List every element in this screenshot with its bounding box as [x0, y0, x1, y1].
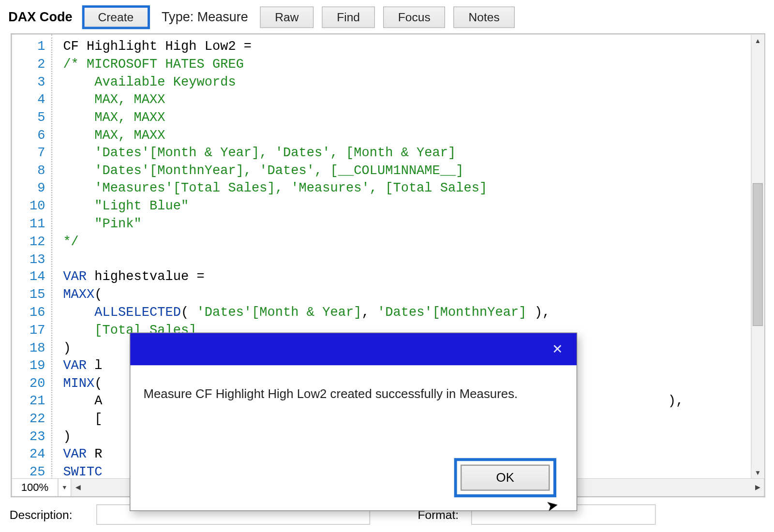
- message-dialog: ✕ Measure CF Highlight High Low2 created…: [130, 333, 577, 511]
- scroll-thumb[interactable]: [753, 183, 763, 326]
- dialog-message: Measure CF Highlight High Low2 created s…: [130, 365, 577, 401]
- ok-button[interactable]: OK: [461, 465, 550, 491]
- scroll-left-arrow[interactable]: ◀: [72, 479, 85, 496]
- dialog-titlebar[interactable]: ✕: [130, 333, 577, 365]
- type-value: Measure: [197, 10, 248, 25]
- vertical-scrollbar[interactable]: ▲ ▼: [751, 34, 764, 478]
- zoom-dropdown[interactable]: ▼: [59, 479, 72, 496]
- focus-button[interactable]: Focus: [383, 7, 445, 28]
- description-label: Description:: [7, 508, 97, 521]
- raw-button[interactable]: Raw: [260, 7, 314, 28]
- create-button[interactable]: Create: [83, 7, 149, 28]
- line-number-gutter: 1234567891011121314151617181920212223242…: [12, 34, 53, 478]
- close-icon[interactable]: ✕: [549, 341, 566, 357]
- scroll-down-arrow[interactable]: ▼: [751, 466, 764, 478]
- section-title: DAX Code: [8, 10, 72, 25]
- find-button[interactable]: Find: [322, 7, 374, 28]
- zoom-level[interactable]: 100%: [12, 479, 59, 496]
- scroll-right-arrow[interactable]: ▶: [751, 479, 764, 496]
- type-label: Type:: [162, 10, 194, 25]
- scroll-up-arrow[interactable]: ▲: [751, 34, 764, 46]
- toolbar: DAX Code Create Type: Measure Raw Find F…: [0, 0, 774, 33]
- notes-button[interactable]: Notes: [454, 7, 515, 28]
